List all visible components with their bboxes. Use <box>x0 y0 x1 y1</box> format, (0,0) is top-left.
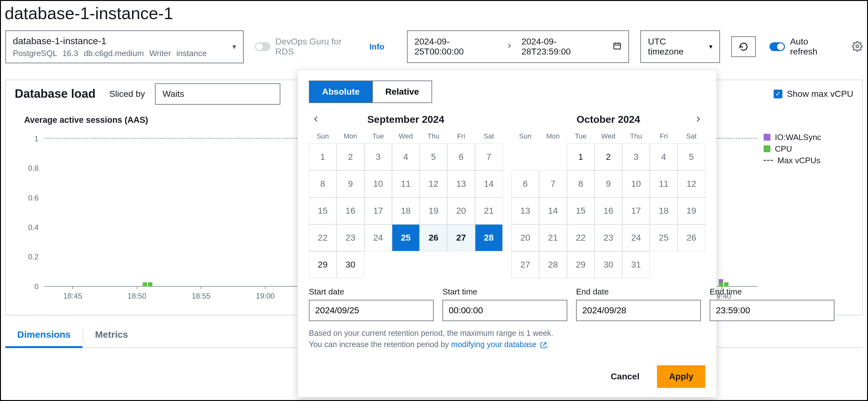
refresh-button[interactable] <box>731 36 756 57</box>
calendar-day[interactable]: 3 <box>622 143 650 170</box>
db-instance-select[interactable]: database-1-instance-1 PostgreSQL 16.3 db… <box>5 30 244 63</box>
caret-down-icon: ▾ <box>232 42 236 52</box>
calendar-day[interactable]: 19 <box>420 197 447 224</box>
timezone-select[interactable]: UTC timezone ▾ <box>640 30 720 63</box>
calendar-day[interactable]: 21 <box>475 197 503 224</box>
show-max-vcpu-label: Show max vCPU <box>787 89 853 99</box>
start-time-input[interactable] <box>442 300 567 321</box>
calendar-day[interactable]: 5 <box>420 143 447 170</box>
calendar-day[interactable]: 29 <box>309 251 337 278</box>
calendar-day[interactable]: 7 <box>475 143 503 170</box>
tab-metrics[interactable]: Metrics <box>83 323 140 347</box>
apply-button[interactable]: Apply <box>657 365 705 388</box>
calendar-day[interactable]: 2 <box>594 143 622 170</box>
toolbar: database-1-instance-1 PostgreSQL 16.3 db… <box>1 30 867 72</box>
info-link[interactable]: Info <box>369 42 384 52</box>
calendar-day[interactable]: 14 <box>475 170 503 197</box>
calendar-day[interactable]: 2 <box>337 143 364 170</box>
tab-dimensions[interactable]: Dimensions <box>5 323 83 348</box>
calendar-day[interactable]: 31 <box>622 251 650 278</box>
calendar-day[interactable]: 16 <box>337 197 364 224</box>
calendar-day[interactable]: 18 <box>650 197 677 224</box>
calendar-day[interactable]: 17 <box>364 197 392 224</box>
timezone-label: UTC timezone <box>648 37 703 57</box>
calendar-day[interactable]: 5 <box>678 143 705 170</box>
calendar-day[interactable]: 1 <box>567 143 594 170</box>
calendar-day[interactable]: 20 <box>512 224 539 251</box>
calendar-day[interactable]: 17 <box>622 197 650 224</box>
calendar-day[interactable]: 3 <box>364 143 392 170</box>
date-range-start: 2024-09-25T00:00:00 <box>414 37 497 57</box>
start-time-label: Start time <box>442 287 567 297</box>
calendar-day[interactable]: 9 <box>594 170 622 197</box>
calendar-day[interactable]: 12 <box>420 170 447 197</box>
calendar-day[interactable]: 29 <box>567 251 594 278</box>
calendar-day[interactable]: 7 <box>539 170 567 197</box>
calendar-next-month[interactable] <box>691 111 705 128</box>
calendar-day[interactable]: 4 <box>392 143 420 170</box>
calendar-day[interactable]: 6 <box>512 170 539 197</box>
external-link-icon <box>540 342 547 349</box>
db-instance-name: database-1-instance-1 <box>13 35 228 47</box>
cancel-button[interactable]: Cancel <box>599 365 651 388</box>
start-date-input[interactable] <box>309 300 434 321</box>
date-range-button[interactable]: 2024-09-25T00:00:00 2024-09-28T23:59:00 <box>407 30 629 63</box>
calendar-day[interactable]: 28 <box>539 251 567 278</box>
calendar-day[interactable]: 8 <box>567 170 594 197</box>
calendar-day[interactable]: 10 <box>622 170 650 197</box>
calendar-day[interactable]: 21 <box>539 224 567 251</box>
calendar-day[interactable]: 22 <box>567 224 594 251</box>
legend-item-walsync[interactable]: IO:WALSync <box>764 133 851 142</box>
legend-item-cpu[interactable]: CPU <box>764 144 851 154</box>
calendar-day[interactable]: 18 <box>392 197 420 224</box>
calendar-day[interactable]: 12 <box>678 170 705 197</box>
end-date-input[interactable] <box>576 300 701 321</box>
calendar-dow: Thu <box>622 132 650 143</box>
calendar-day[interactable]: 13 <box>512 197 539 224</box>
mode-relative[interactable]: Relative <box>372 81 432 102</box>
retention-note: Based on your current retention period, … <box>309 327 705 350</box>
end-time-input[interactable] <box>710 300 834 321</box>
calendar-day[interactable]: 19 <box>678 197 705 224</box>
devops-guru-toggle[interactable] <box>255 42 270 51</box>
devops-guru-toggle-row: DevOps Guru for RDS Info <box>255 37 384 57</box>
calendar-day[interactable]: 23 <box>594 224 622 251</box>
settings-button[interactable] <box>852 41 863 53</box>
calendar-dow: Wed <box>392 132 420 143</box>
calendar-day[interactable]: 26 <box>678 224 705 251</box>
calendar-prev-month[interactable] <box>309 111 323 128</box>
calendar-day[interactable]: 14 <box>539 197 567 224</box>
calendar-day[interactable]: 24 <box>622 224 650 251</box>
calendar-day[interactable]: 15 <box>567 197 594 224</box>
calendar-day[interactable]: 24 <box>364 224 392 251</box>
calendar-day[interactable]: 1 <box>309 143 337 170</box>
modify-database-link[interactable]: modifying your database <box>451 340 547 349</box>
calendar-day[interactable]: 22 <box>309 224 337 251</box>
calendar-day[interactable]: 11 <box>392 170 420 197</box>
auto-refresh-toggle[interactable] <box>770 42 785 51</box>
calendar-day[interactable]: 27 <box>447 224 475 251</box>
calendar-day[interactable]: 20 <box>447 197 475 224</box>
calendar-day[interactable]: 30 <box>337 251 364 278</box>
calendar-day[interactable]: 9 <box>337 170 364 197</box>
calendar-day[interactable]: 28 <box>475 224 503 251</box>
calendar-day[interactable]: 6 <box>447 143 475 170</box>
sliced-by-select[interactable]: Waits <box>155 83 280 105</box>
show-max-vcpu-checkbox[interactable]: ✓ Show max vCPU <box>774 89 853 99</box>
calendar-day[interactable]: 13 <box>447 170 475 197</box>
calendar-day[interactable]: 16 <box>594 197 622 224</box>
db-instance-meta: PostgreSQL 16.3 db.c6gd.medium Writer in… <box>13 48 228 59</box>
calendar-day[interactable]: 30 <box>594 251 622 278</box>
svg-rect-0 <box>614 43 621 49</box>
calendar-day[interactable]: 25 <box>650 224 677 251</box>
calendar-day[interactable]: 11 <box>650 170 677 197</box>
calendar-day[interactable]: 15 <box>309 197 337 224</box>
mode-absolute[interactable]: Absolute <box>310 81 372 102</box>
calendar-day[interactable]: 8 <box>309 170 337 197</box>
calendar-day[interactable]: 26 <box>420 224 447 251</box>
calendar-day[interactable]: 10 <box>364 170 392 197</box>
calendar-day[interactable]: 23 <box>337 224 364 251</box>
calendar-day[interactable]: 25 <box>392 224 420 251</box>
calendar-day[interactable]: 4 <box>650 143 677 170</box>
calendar-day[interactable]: 27 <box>512 251 539 278</box>
